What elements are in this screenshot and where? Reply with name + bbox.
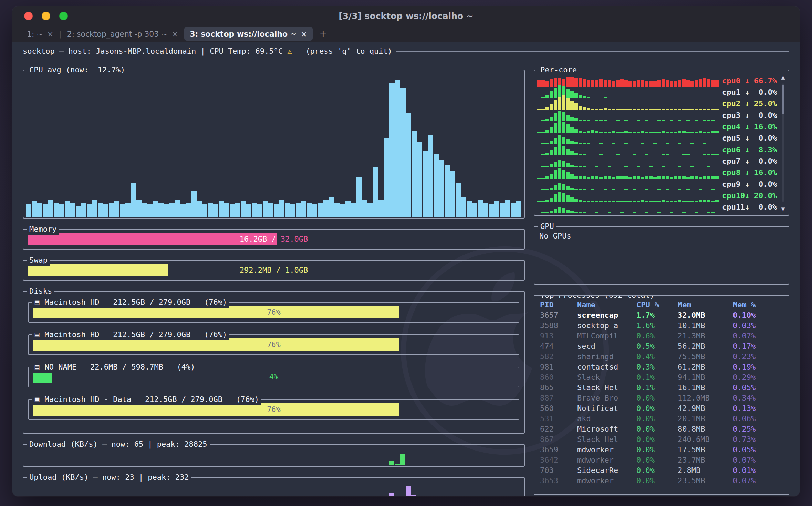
upload-panel: Upload (KB/s) — now: 23 | peak: 232 [23,477,525,496]
memory-title: Memory [27,224,59,235]
process-row[interactable]: 860Slack0.1%94.1MB0.29% [540,372,783,383]
chart-bar [566,77,570,87]
process-row[interactable]: 867Slack Hel0.0%240.6MB0.73% [540,434,783,445]
tab-close-icon[interactable]: × [47,30,53,38]
tab-2[interactable]: 2: socktop_agent -p 303 ~× [62,26,184,42]
process-cell-name: mdworker_ [577,476,636,486]
swap-panel: Swap 292.2MB / 1.0GB 292.2MB / 1.0GB [23,260,525,281]
chart-bar [175,200,180,217]
chart-bar [715,80,719,87]
process-row[interactable]: 582sharingd0.4%75.5MB0.23% [540,352,783,362]
disk-item-2: ▤ NO NAME 22.6MB / 598.7MB (4%)4%4% [28,367,519,387]
scroll-down-icon[interactable]: ▼ [781,203,785,214]
chart-bar [550,188,553,190]
core-spark-cpu4 [537,122,719,133]
chart-bar [595,212,598,213]
process-cell-mem: 56.2MB [678,341,733,352]
close-window-button[interactable] [24,12,33,20]
chart-bar [637,213,640,213]
chart-bar [367,203,373,217]
process-row[interactable]: 622Microsoft0.0%80.8MB0.25% [540,424,783,434]
process-row[interactable]: 913MTLCompil0.6%21.3MB0.07% [540,331,783,341]
tab-close-icon[interactable]: × [172,30,178,38]
chart-bar [224,203,229,217]
chart-bar [686,213,690,213]
process-row[interactable]: 560Notificat0.0%42.9MB0.13% [540,403,783,414]
chart-bar [583,212,586,213]
chart-bar [180,204,186,217]
chart-bar [59,204,64,217]
process-row[interactable]: 3653mdworker_0.0%23.5MB0.07% [540,476,783,486]
app-header: socktop — host: Jasons-MBP.localdomain |… [23,46,789,57]
chart-bar [489,204,494,217]
chart-bar [461,197,466,217]
chart-bar [554,88,557,98]
process-cell-cpu: 0.0% [636,445,678,455]
process-row[interactable]: 981contactsd0.3%61.2MB0.19% [540,362,783,372]
per-core-scrollbar[interactable]: ▲ ▼ [779,72,787,214]
minimize-window-button[interactable] [42,12,50,20]
chart-bar [690,213,694,213]
chart-bar [472,203,477,217]
zoom-window-button[interactable] [59,12,68,20]
core-row-cpu1: cpu1 ↓ 0.0% [537,87,777,98]
chart-bar [670,212,673,213]
tab-3[interactable]: 3: socktop ws://localho ~× [184,27,312,41]
process-row[interactable]: 474secd0.5%56.2MB0.17% [540,341,783,352]
chart-bar [125,203,131,217]
chart-bar [279,200,284,217]
chart-bar [65,201,70,217]
chart-bar [670,81,673,87]
chart-bar [591,80,594,87]
new-tab-button[interactable]: + [313,26,333,42]
chart-bar [153,201,158,217]
chart-bar [703,213,706,213]
process-row[interactable]: 887Brave Bro0.0%112.0MB0.34% [540,393,783,403]
chart-bar [445,165,450,217]
traffic-lights [24,6,68,26]
app-header-text: socktop — host: Jasons-MBP.localdomain |… [23,46,287,57]
chart-bar [707,79,710,87]
scroll-up-icon[interactable]: ▲ [781,72,785,82]
process-cell-memp: 0.17% [733,341,783,352]
process-row[interactable]: 865Slack Hel0.1%16.1MB0.05% [540,383,783,393]
process-row[interactable]: 3657screencap1.7%32.0MB0.10% [540,310,783,321]
chart-bar [574,78,578,87]
tab-separator: | [59,26,61,42]
process-cell-cpu: 0.1% [636,372,678,383]
core-spark-cpu3 [537,110,719,121]
chart-bar [570,197,574,202]
chart-bar [682,212,686,213]
chart-bar [562,170,565,179]
chart-bar [505,200,510,217]
process-row[interactable]: 531akd0.0%20.1MB0.06% [540,414,783,424]
process-row[interactable]: 3642mdworker_0.0%23.7MB0.07% [540,455,783,465]
tab-1[interactable]: 1: ~× [21,26,59,42]
process-cell-name: Slack Hel [577,434,636,445]
chart-bar [345,201,351,217]
scrollbar-track[interactable] [782,83,784,202]
disk-label: Macintosh HD - Data 212.5GB / 279.0GB (7… [40,394,259,405]
chart-bar [678,213,681,213]
swap-bar: 292.2MB / 1.0GB 292.2MB / 1.0GB [28,264,520,276]
chart-bar [579,78,582,87]
chart-bar [554,123,557,133]
chart-bar [307,203,312,217]
swap-title: Swap [27,255,50,266]
chart-bar [545,153,549,155]
chart-bar [612,213,615,213]
chart-bar [604,213,607,213]
scrollbar-thumb[interactable] [782,85,784,114]
tab-close-icon[interactable]: × [301,30,307,38]
process-row[interactable]: 3588socktop_a1.6%10.1MB0.03% [540,321,783,331]
chart-bar [554,185,557,190]
chart-bar [574,103,578,110]
chart-bar [645,81,648,87]
chart-bar [608,212,611,213]
chart-bar [362,200,367,217]
title-bar[interactable]: [3/3] socktop ws://localho ~ [12,6,800,26]
process-row[interactable]: 703SidecarRe0.0%2.8MB0.01% [540,465,783,476]
process-row[interactable]: 3659mdworker_0.0%17.5MB0.05% [540,445,783,455]
chart-bar [246,204,251,217]
chart-bar [558,168,561,179]
